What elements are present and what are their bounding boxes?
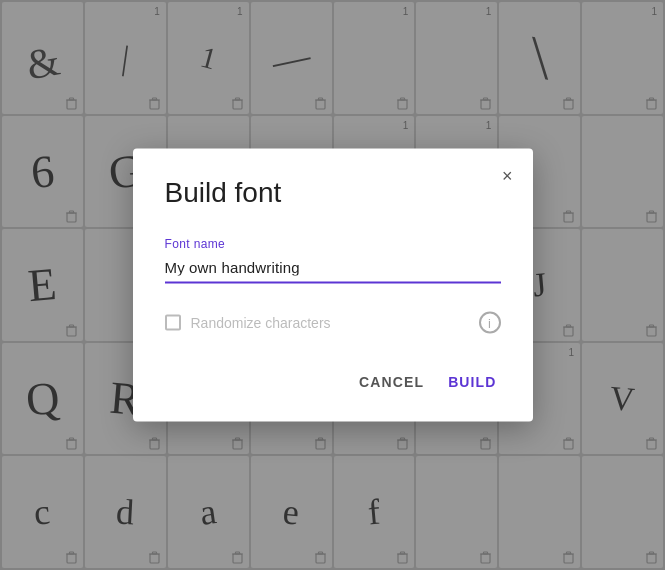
dialog-actions: CANCEL BUILD	[165, 366, 501, 398]
close-button[interactable]: ×	[498, 163, 517, 189]
randomize-row: Randomize characters i	[165, 312, 501, 334]
build-font-dialog: × Build font Font name Randomize charact…	[133, 149, 533, 422]
randomize-label: Randomize characters	[191, 315, 469, 331]
info-icon[interactable]: i	[479, 312, 501, 334]
dialog-title: Build font	[165, 177, 501, 209]
font-name-label: Font name	[165, 237, 501, 251]
cancel-button[interactable]: CANCEL	[355, 366, 428, 398]
font-name-field-wrap	[165, 255, 501, 284]
randomize-checkbox[interactable]	[165, 315, 181, 331]
build-button[interactable]: BUILD	[444, 366, 500, 398]
font-name-input[interactable]	[165, 255, 501, 284]
